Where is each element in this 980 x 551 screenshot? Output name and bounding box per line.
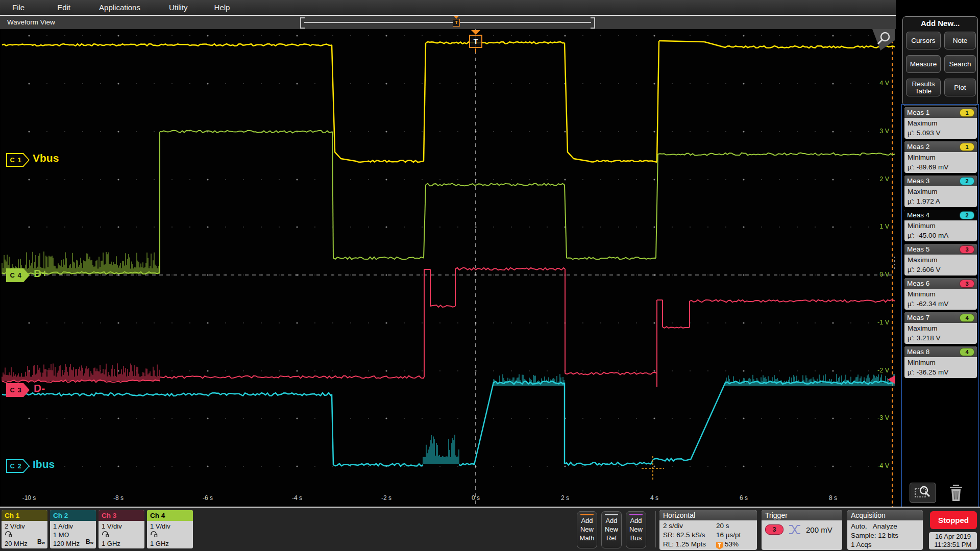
overview-trigger-marker[interactable]: T	[452, 16, 460, 29]
add-math-label: Add New Math	[578, 516, 596, 542]
y-tick: -4 V	[859, 462, 889, 469]
meas-stat: Minimum	[908, 289, 974, 299]
bus-accent	[629, 514, 643, 515]
run-stop-button[interactable]: Stopped	[930, 511, 977, 529]
search-button[interactable]: Search	[944, 55, 976, 73]
horizontal-overview-bar[interactable]: T	[300, 16, 595, 29]
x-tick: 8 s	[818, 494, 848, 502]
menu-applications[interactable]: Applications	[98, 3, 141, 12]
trigger-t-icon: T	[469, 35, 482, 48]
y-tick: 4 V	[859, 80, 889, 87]
magnifier-box-icon	[910, 483, 935, 502]
overview-right-bracket[interactable]	[591, 17, 595, 29]
meas-title: Meas 8	[907, 348, 929, 356]
note-button[interactable]: Note	[944, 32, 976, 49]
trigger-level-arrow[interactable]	[888, 375, 895, 384]
zoom-box-control[interactable]	[870, 29, 895, 52]
horizontal-scale: 2 s/div	[663, 521, 716, 531]
channel-badge-ch4[interactable]: Ch 4 1 V/div 1 GHz	[147, 510, 193, 548]
channel-handle-label: C 3	[6, 383, 26, 397]
channel-bandwidth: 1 GHz	[150, 539, 193, 548]
meas-stat: Maximum	[908, 187, 974, 196]
x-tick: -2 s	[371, 494, 402, 502]
meas-title: Meas 4	[907, 211, 929, 219]
resolution: 16 µs/pt	[716, 531, 757, 540]
meas-title: Meas 1	[907, 109, 929, 116]
x-tick: -10 s	[14, 494, 44, 502]
overview-left-bracket[interactable]	[300, 17, 305, 29]
measure-button[interactable]: Measure	[906, 55, 941, 73]
channel-name: Ch 4	[147, 510, 193, 521]
menu-help[interactable]: Help	[213, 3, 231, 12]
ref-accent	[605, 514, 618, 515]
y-tick: -3 V	[859, 414, 889, 421]
meas-panel-4[interactable]: Meas 42 Minimumµ': -45.00 mA	[904, 210, 977, 241]
meas-panel-1[interactable]: Meas 11 Maximumµ': 5.093 V	[904, 107, 977, 139]
tab-waveform-view[interactable]: Waveform View	[7, 18, 55, 26]
probe-icon	[5, 531, 12, 537]
waveform-label-dminus: D-	[34, 382, 45, 394]
results-table-button[interactable]: Results Table	[906, 79, 941, 96]
acquisition-sample: Sample: 12 bits	[851, 531, 923, 540]
waveform-grid[interactable]: -10 s -8 s -6 s -4 s -2 s 0 s 2 s 4 s 6 …	[1, 29, 895, 507]
meas-panel-7[interactable]: Meas 74 Maximumµ': 3.218 V	[904, 312, 977, 344]
meas-value: µ': -62.34 mV	[908, 299, 974, 309]
trigger-panel[interactable]: Trigger 3 200 mV	[762, 510, 842, 550]
settings-bar: Ch 1 2 V/div 20 MHz Bw Ch 2 1 A/div 1 MΩ…	[0, 508, 980, 551]
menu-file[interactable]: File	[11, 3, 26, 12]
meas-panel-6[interactable]: Meas 63 Minimumµ': -62.34 mV	[904, 278, 977, 310]
add-new-section: Add New... Cursors Note Measure Search R…	[902, 16, 978, 106]
waveform-label-vbus: Vbus	[33, 152, 59, 164]
meas-title: Meas 3	[907, 177, 929, 185]
trigger-position-marker[interactable]: T	[469, 30, 483, 53]
add-new-ref-button[interactable]: Add New Ref	[601, 511, 622, 548]
y-tick: 3 V	[859, 128, 889, 135]
date: 16 Apr 2019	[929, 533, 977, 541]
channel-name: Ch 1	[2, 510, 47, 521]
overview-line	[304, 22, 591, 23]
edge-trigger-icon	[788, 524, 801, 535]
trigger-t-icon: T	[453, 19, 460, 27]
meas-stat: Maximum	[908, 255, 974, 265]
y-tick: 0 V	[859, 271, 889, 278]
meas-source-badge: 2	[960, 177, 974, 185]
meas-panel-5[interactable]: Meas 53 Maximumµ': 2.606 V	[904, 244, 977, 276]
x-tick: -8 s	[103, 494, 134, 502]
divider	[655, 511, 656, 547]
acquisition-analyze: Analyze	[873, 522, 897, 530]
horizontal-window: 20 s	[716, 521, 757, 531]
meas-stat: Minimum	[908, 221, 974, 231]
time: 11:23:51 PM	[929, 541, 977, 549]
waveform-traces[interactable]	[1, 29, 895, 507]
meas-panel-2[interactable]: Meas 21 Minimumµ': -89.69 mV	[904, 141, 977, 173]
channel-badge-ch1[interactable]: Ch 1 2 V/div 20 MHz Bw	[2, 510, 47, 548]
meas-source-badge: 4	[960, 348, 974, 356]
math-accent	[580, 514, 594, 515]
horizontal-panel[interactable]: Horizontal 2 s/div 20 s SR: 62.5 kS/s 16…	[659, 510, 757, 550]
meas-stat: Minimum	[908, 153, 974, 162]
meas-panel-3[interactable]: Meas 32 Maximumµ': 1.972 A	[904, 176, 977, 207]
trigger-source-badge: 3	[765, 524, 783, 535]
plot-button[interactable]: Plot	[944, 79, 976, 96]
cursors-button[interactable]: Cursors	[906, 32, 941, 49]
datetime-display: 16 Apr 2019 11:23:51 PM	[929, 532, 977, 549]
add-new-bus-button[interactable]: Add New Bus	[626, 511, 646, 548]
meas-panel-8[interactable]: Meas 84 Minimumµ': -36.25 mV	[904, 346, 977, 378]
horizontal-title: Horizontal	[659, 510, 757, 520]
channel-scale: 1 V/div	[150, 522, 193, 531]
add-new-math-button[interactable]: Add New Math	[577, 511, 597, 548]
acquisition-panel[interactable]: Acquisition Auto, Analyze Sample: 12 bit…	[847, 510, 923, 550]
meas-value: µ': -36.25 mV	[908, 367, 974, 377]
channel-scale: 1 V/div	[102, 522, 144, 531]
menu-utility[interactable]: Utility	[168, 3, 189, 12]
trash-icon[interactable]	[946, 483, 966, 503]
channel-badge-ch2[interactable]: Ch 2 1 A/div 1 MΩ 120 MHz Bw	[50, 510, 96, 548]
menu-edit[interactable]: Edit	[56, 3, 71, 12]
zoom-results-button[interactable]	[910, 483, 936, 503]
meas-source-badge: 2	[960, 211, 974, 219]
channel-handle-label: C 2	[6, 459, 26, 473]
channel-handle-label: C 4	[6, 268, 26, 282]
channel-badge-ch3[interactable]: Ch 3 1 V/div 1 GHz	[99, 510, 144, 548]
meas-source-badge: 1	[960, 143, 974, 151]
channel-handle-label: C 1	[6, 153, 26, 167]
